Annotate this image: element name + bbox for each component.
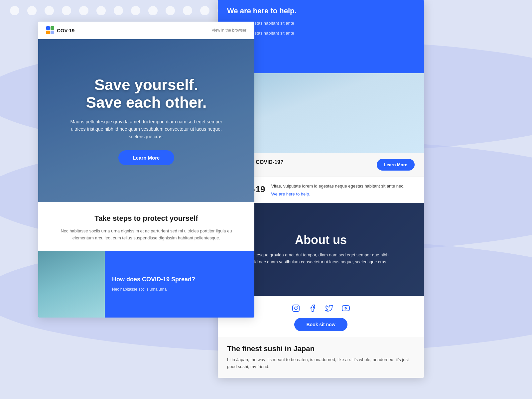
logo-sq2 bbox=[51, 26, 54, 30]
logo-sq4 bbox=[51, 31, 54, 34]
about-text: ntesque gravida amet dui tempor, diam na… bbox=[251, 252, 391, 266]
svg-rect-0 bbox=[293, 305, 299, 312]
instagram-icon[interactable] bbox=[291, 303, 301, 313]
hero-title: Save yourself. Save each other. bbox=[63, 76, 229, 111]
logo-text: COV-19 bbox=[57, 28, 74, 33]
cov-info-text: Vitae, vulputate lorem id egestas neque … bbox=[271, 183, 415, 197]
symptoms-learn-more-button[interactable]: Learn More bbox=[377, 159, 415, 171]
right-lorem-2: e lorem id egestas habitant sit ante bbox=[227, 30, 415, 37]
book-now-button[interactable]: Book sit now bbox=[294, 318, 347, 331]
bg-dot bbox=[10, 6, 19, 15]
hero-learn-more-button[interactable]: Learn More bbox=[118, 150, 175, 165]
about-title: About us bbox=[251, 233, 391, 247]
cov-info-main: Vitae, vulputate lorem id egestas neque … bbox=[271, 183, 415, 190]
twitter-icon[interactable] bbox=[324, 303, 334, 313]
hero-content: Save yourself. Save each other. Mauris p… bbox=[63, 76, 229, 165]
view-browser-link[interactable]: View in the browser bbox=[212, 28, 247, 33]
svg-point-2 bbox=[297, 306, 298, 307]
bg-dot bbox=[200, 6, 209, 15]
bg-dot bbox=[96, 6, 106, 15]
card-image bbox=[38, 251, 105, 318]
bg-dot bbox=[183, 6, 192, 15]
bg-dot bbox=[27, 6, 37, 15]
right-hero-title: We are here to help. bbox=[227, 7, 415, 15]
svg-point-1 bbox=[295, 307, 297, 310]
sushi-title: The finest sushi in Japan bbox=[227, 344, 415, 353]
card-blue-title: How does COVID-19 Spread? bbox=[112, 276, 247, 283]
logo-sq1 bbox=[46, 26, 50, 30]
bottom-cards-row: How does COVID-19 Spread? Nec habitasse … bbox=[38, 251, 254, 318]
bg-dot bbox=[79, 6, 88, 15]
bg-dot bbox=[62, 6, 71, 15]
svg-marker-3 bbox=[345, 307, 347, 309]
cov-info-link[interactable]: We are here to help. bbox=[271, 192, 415, 197]
bg-dot bbox=[45, 6, 54, 15]
hero-subtitle: Mauris pellentesque gravida amet dui tem… bbox=[63, 118, 229, 140]
right-lorem-1: e lorem id egestas habitant sit ante bbox=[227, 20, 415, 27]
bg-dot bbox=[114, 6, 123, 15]
facebook-icon[interactable] bbox=[308, 303, 318, 313]
bg-dot bbox=[166, 6, 175, 15]
social-icons-row bbox=[291, 303, 351, 313]
card-blue-text: Nec habitasse sociis urna urna bbox=[112, 286, 247, 292]
email-header: COV-19 View in the browser bbox=[38, 22, 254, 39]
protect-section: Take steps to protect yourself Nec habit… bbox=[38, 202, 254, 251]
youtube-icon[interactable] bbox=[341, 303, 351, 313]
protect-text: Nec habitasse sociis urna urna dignissim… bbox=[53, 227, 239, 242]
bg-dot bbox=[131, 6, 140, 15]
sushi-text: hi in Japan, the way it's meant to be ea… bbox=[227, 356, 415, 370]
logo-area: COV-19 bbox=[46, 26, 74, 34]
email-left-panel: COV-19 View in the browser Save yourself… bbox=[38, 22, 254, 318]
protect-title: Take steps to protect yourself bbox=[52, 214, 241, 223]
card-img-inner bbox=[38, 251, 105, 318]
sushi-section: The finest sushi in Japan hi in Japan, t… bbox=[218, 337, 424, 378]
card-blue-content: How does COVID-19 Spread? Nec habitasse … bbox=[105, 251, 254, 318]
logo-sq3 bbox=[46, 31, 50, 34]
hero-section: Save yourself. Save each other. Mauris p… bbox=[38, 39, 254, 202]
about-content: About us ntesque gravida amet dui tempor… bbox=[251, 233, 391, 266]
bg-dot bbox=[148, 6, 158, 15]
logo-icon bbox=[46, 26, 54, 34]
